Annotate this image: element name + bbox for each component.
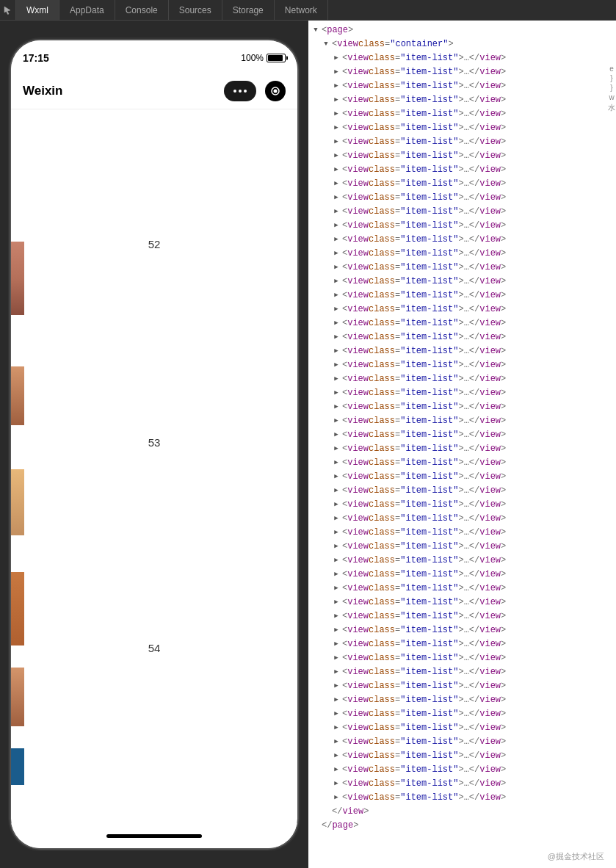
xml-item-21[interactable]: <view class="item-list">…</view> [308, 330, 616, 344]
expand-item-arrow[interactable] [332, 766, 341, 775]
xml-item-28[interactable]: <view class="item-list">…</view> [308, 428, 616, 442]
expand-item-arrow[interactable] [332, 389, 341, 398]
expand-item-arrow[interactable] [332, 640, 341, 649]
xml-item-54[interactable]: <view class="item-list">…</view> [308, 791, 616, 805]
xml-item-11[interactable]: <view class="item-list">…</view> [308, 191, 616, 205]
xml-item-25[interactable]: <view class="item-list">…</view> [308, 386, 616, 400]
xml-item-41[interactable]: <view class="item-list">…</view> [308, 610, 616, 623]
tab-storage[interactable]: Storage [222, 0, 275, 20]
expand-item-arrow[interactable] [332, 347, 341, 356]
expand-item-arrow[interactable] [332, 585, 341, 593]
xml-item-4[interactable]: <view class="item-list">…</view> [308, 93, 616, 107]
xml-item-7[interactable]: <view class="item-list">…</view> [308, 135, 616, 149]
more-options-icon[interactable] [224, 81, 256, 101]
expand-item-arrow[interactable] [332, 250, 341, 258]
xml-item-12[interactable]: <view class="item-list">…</view> [308, 205, 616, 219]
expand-item-arrow[interactable] [332, 278, 341, 286]
expand-item-arrow[interactable] [332, 264, 341, 272]
xml-item-47[interactable]: <view class="item-list">…</view> [308, 693, 616, 707]
xml-item-30[interactable]: <view class="item-list">…</view> [308, 456, 616, 470]
xml-item-36[interactable]: <view class="item-list">…</view> [308, 540, 616, 554]
xml-item-10[interactable]: <view class="item-list">…</view> [308, 177, 616, 191]
xml-item-23[interactable]: <view class="item-list">…</view> [308, 358, 616, 372]
xml-item-48[interactable]: <view class="item-list">…</view> [308, 707, 616, 721]
expand-item-arrow[interactable] [332, 375, 341, 384]
expand-item-arrow[interactable] [332, 403, 341, 412]
xml-item-2[interactable]: <view class="item-list">…</view> [308, 65, 616, 79]
expand-item-arrow[interactable] [332, 459, 341, 468]
xml-item-31[interactable]: <view class="item-list">…</view> [308, 470, 616, 484]
expand-item-arrow[interactable] [332, 738, 341, 747]
expand-item-arrow[interactable] [332, 431, 341, 440]
xml-item-22[interactable]: <view class="item-list">…</view> [308, 344, 616, 358]
expand-item-arrow[interactable] [332, 543, 341, 551]
expand-item-arrow[interactable] [332, 626, 341, 635]
expand-item-arrow[interactable] [332, 319, 341, 328]
expand-item-arrow[interactable] [332, 180, 341, 189]
expand-item-arrow[interactable] [332, 361, 341, 370]
expand-item-arrow[interactable] [332, 473, 341, 482]
expand-item-arrow[interactable] [332, 82, 341, 91]
expand-item-arrow[interactable] [332, 236, 341, 245]
xml-item-40[interactable]: <view class="item-list">…</view> [308, 596, 616, 610]
xml-item-33[interactable]: <view class="item-list">…</view> [308, 498, 616, 512]
expand-item-arrow[interactable] [332, 612, 341, 621]
expand-item-arrow[interactable] [332, 752, 341, 761]
xml-tree[interactable]: <page> <view class="container"> <view cl… [308, 21, 616, 868]
expand-item-arrow[interactable] [332, 110, 341, 119]
tab-console[interactable]: Console [115, 0, 169, 20]
xml-item-24[interactable]: <view class="item-list">…</view> [308, 372, 616, 386]
expand-item-arrow[interactable] [332, 724, 341, 733]
tab-wxml[interactable]: Wxml [16, 0, 59, 20]
expand-item-arrow[interactable] [332, 654, 341, 663]
tab-network[interactable]: Network [275, 0, 328, 20]
xml-item-3[interactable]: <view class="item-list">…</view> [308, 79, 616, 93]
expand-item-arrow[interactable] [332, 152, 341, 161]
cursor-icon[interactable] [0, 0, 16, 21]
expand-item-arrow[interactable] [332, 68, 341, 77]
expand-item-arrow[interactable] [332, 696, 341, 705]
expand-item-arrow[interactable] [332, 710, 341, 719]
xml-item-14[interactable]: <view class="item-list">…</view> [308, 233, 616, 247]
xml-item-1[interactable]: <view class="item-list">…</view> [308, 51, 616, 65]
xml-item-37[interactable]: <view class="item-list">…</view> [308, 554, 616, 568]
expand-item-arrow[interactable] [332, 571, 341, 579]
xml-item-6[interactable]: <view class="item-list">…</view> [308, 121, 616, 135]
expand-item-arrow[interactable] [332, 780, 341, 789]
xml-item-46[interactable]: <view class="item-list">…</view> [308, 679, 616, 693]
xml-item-35[interactable]: <view class="item-list">…</view> [308, 526, 616, 540]
expand-item-arrow[interactable] [332, 794, 341, 803]
expand-item-arrow[interactable] [332, 598, 341, 607]
expand-item-arrow[interactable] [332, 54, 341, 63]
tab-appdata[interactable]: AppData [59, 0, 115, 20]
expand-item-arrow[interactable] [332, 305, 341, 314]
xml-item-52[interactable]: <view class="item-list">…</view> [308, 763, 616, 777]
xml-item-34[interactable]: <view class="item-list">…</view> [308, 512, 616, 526]
expand-item-arrow[interactable] [332, 557, 341, 565]
expand-item-arrow[interactable] [332, 682, 341, 691]
xml-item-51[interactable]: <view class="item-list">…</view> [308, 749, 616, 763]
expand-item-arrow[interactable] [332, 487, 341, 496]
xml-item-43[interactable]: <view class="item-list">…</view> [308, 637, 616, 651]
xml-item-27[interactable]: <view class="item-list">…</view> [308, 414, 616, 428]
xml-item-20[interactable]: <view class="item-list">…</view> [308, 317, 616, 330]
expand-item-arrow[interactable] [332, 529, 341, 538]
expand-item-arrow[interactable] [332, 222, 341, 231]
expand-item-arrow[interactable] [332, 292, 341, 300]
expand-item-arrow[interactable] [332, 124, 341, 133]
expand-item-arrow[interactable] [332, 668, 341, 677]
expand-item-arrow[interactable] [332, 445, 341, 454]
expand-item-arrow[interactable] [332, 96, 341, 105]
xml-item-32[interactable]: <view class="item-list">…</view> [308, 484, 616, 498]
xml-item-53[interactable]: <view class="item-list">…</view> [308, 777, 616, 791]
expand-item-arrow[interactable] [332, 166, 341, 175]
xml-item-39[interactable]: <view class="item-list">…</view> [308, 582, 616, 596]
xml-item-9[interactable]: <view class="item-list">…</view> [308, 163, 616, 177]
record-icon[interactable] [265, 81, 286, 101]
xml-item-29[interactable]: <view class="item-list">…</view> [308, 442, 616, 456]
xml-item-38[interactable]: <view class="item-list">…</view> [308, 568, 616, 582]
xml-item-19[interactable]: <view class="item-list">…</view> [308, 303, 616, 317]
expand-item-arrow[interactable] [332, 194, 341, 203]
xml-item-44[interactable]: <view class="item-list">…</view> [308, 651, 616, 665]
xml-item-18[interactable]: <view class="item-list">…</view> [308, 289, 616, 303]
